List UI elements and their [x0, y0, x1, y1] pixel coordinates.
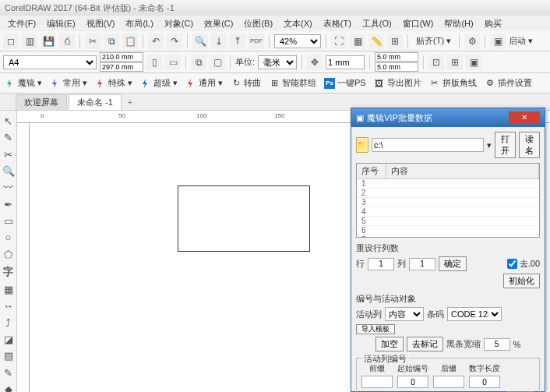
table-row[interactable]: 7	[357, 235, 539, 238]
readname-button[interactable]: 读名	[519, 132, 540, 158]
plug-mojing[interactable]: 魔镜 ▾	[5, 77, 42, 89]
nudge-input[interactable]	[326, 55, 365, 69]
nudge-icon[interactable]: ✥	[307, 55, 323, 70]
active-col-select[interactable]: 内容	[385, 307, 424, 321]
paste-icon[interactable]: 📋	[122, 34, 138, 49]
import-icon[interactable]: ⤓	[211, 34, 227, 49]
search-icon[interactable]: 🔍	[192, 34, 208, 49]
add-blank-button[interactable]: 加空	[375, 337, 404, 351]
polygon-tool-icon[interactable]: ⬠	[2, 249, 16, 260]
transparency-tool-icon[interactable]: ▨	[2, 350, 16, 362]
rows-input[interactable]	[368, 258, 394, 270]
init-button[interactable]: 初始化	[503, 274, 540, 288]
menu-view[interactable]: 视图(V)	[82, 16, 120, 31]
menu-buy[interactable]: 购买	[480, 16, 506, 31]
export-icon[interactable]: ⤒	[230, 34, 245, 49]
table-row[interactable]: 3	[357, 198, 539, 207]
copy-icon[interactable]: ⧉	[104, 34, 119, 49]
import-template-button[interactable]: 导入模板	[356, 324, 395, 334]
plug-super[interactable]: 超级 ▾	[140, 77, 178, 89]
zoom-tool-icon[interactable]: 🔍	[2, 165, 16, 177]
menu-effect[interactable]: 效果(C)	[199, 16, 238, 31]
rectangle-tool-icon[interactable]: ▭	[2, 215, 16, 227]
fill-tool-icon[interactable]: ◆	[2, 383, 16, 392]
options-icon[interactable]: ⚙	[464, 34, 480, 49]
demark-button[interactable]: 去标记	[407, 337, 443, 351]
plug-tocurve[interactable]: ↻转曲	[231, 77, 261, 89]
open-button[interactable]: 打开	[495, 132, 516, 158]
plug-export[interactable]: 🖼导出图片	[374, 77, 421, 89]
start-input[interactable]	[397, 376, 428, 388]
misc2-icon[interactable]: ⊞	[447, 55, 463, 70]
units-select[interactable]: 毫米	[258, 55, 297, 69]
table-row[interactable]: 6	[357, 226, 539, 235]
path-dropdown-icon[interactable]: ▾	[487, 140, 492, 150]
suffix-input[interactable]	[433, 376, 464, 388]
artistic-tool-icon[interactable]: ✒	[2, 199, 16, 210]
guide-icon[interactable]: ⊞	[387, 34, 403, 49]
digits-input[interactable]	[469, 376, 500, 388]
open-icon[interactable]: ▥	[22, 34, 37, 49]
menu-object[interactable]: 对象(C)	[160, 16, 198, 31]
ellipse-tool-icon[interactable]: ○	[2, 231, 16, 243]
table-row[interactable]: 2	[357, 189, 539, 198]
menu-text[interactable]: 文本(X)	[279, 16, 317, 31]
misc1-icon[interactable]: ⊡	[428, 55, 444, 70]
page-height-input[interactable]	[100, 62, 143, 72]
menu-bitmap[interactable]: 位图(B)	[239, 16, 277, 31]
barcode-select[interactable]: CODE 128	[447, 307, 502, 321]
menu-layout[interactable]: 布局(L)	[121, 16, 157, 31]
tab-welcome[interactable]: 欢迎屏幕	[16, 94, 67, 110]
dialog-titlebar[interactable]: ▣魔镜VIP批量数据 ✕	[351, 108, 545, 127]
page-size-select[interactable]: A4	[3, 55, 97, 69]
eyedropper-tool-icon[interactable]: ✎	[2, 366, 16, 378]
launch-dropdown[interactable]: 启动 ▾	[509, 35, 533, 47]
dup-x-input[interactable]	[375, 52, 418, 62]
dropshadow-tool-icon[interactable]: ◪	[2, 334, 16, 345]
shape-tool-icon[interactable]: ✎	[2, 132, 16, 143]
confirm-button[interactable]: 确定	[439, 256, 467, 271]
remove00-checkbox[interactable]	[507, 259, 517, 269]
menu-window[interactable]: 窗口(W)	[398, 16, 439, 31]
page-width-input[interactable]	[100, 52, 143, 62]
undo-icon[interactable]: ↶	[148, 34, 164, 49]
pick-tool-icon[interactable]: ↖	[2, 115, 16, 127]
snap-dropdown[interactable]: 贴齐(T) ▾	[413, 35, 454, 47]
menu-help[interactable]: 帮助(H)	[439, 16, 478, 31]
plug-common[interactable]: 常用 ▾	[50, 77, 87, 89]
zoom-select[interactable]: 42%	[274, 34, 321, 48]
plug-settings[interactable]: ⚙插件设置	[485, 77, 532, 89]
landscape-icon[interactable]: ▭	[165, 55, 181, 70]
ruler-icon[interactable]: 📏	[368, 34, 384, 49]
tab-add[interactable]: +	[123, 96, 137, 108]
cols-input[interactable]	[409, 258, 435, 270]
grid-icon[interactable]: ▦	[350, 34, 365, 49]
rectangle-shape[interactable]	[178, 185, 310, 252]
data-table[interactable]: 序号 内容 1 2 3 4 5 6 7	[356, 163, 540, 238]
new-icon[interactable]: ◻	[3, 34, 19, 49]
dup-y-input[interactable]	[375, 62, 418, 72]
misc3-icon[interactable]: ▣	[466, 55, 481, 70]
table-row[interactable]: 4	[357, 207, 539, 217]
tab-document[interactable]: 未命名 -1	[69, 94, 122, 110]
table-tool-icon[interactable]: ▦	[2, 284, 16, 295]
dimension-tool-icon[interactable]: ↔	[2, 300, 16, 312]
close-icon[interactable]: ✕	[509, 111, 540, 124]
plug-ps[interactable]: Ps一键PS	[324, 77, 366, 89]
menu-tools[interactable]: 工具(O)	[358, 16, 397, 31]
crop-tool-icon[interactable]: ✂	[2, 149, 16, 161]
prefix-input[interactable]	[361, 376, 393, 388]
menu-table[interactable]: 表格(T)	[319, 16, 356, 31]
save-icon[interactable]: 💾	[41, 34, 56, 49]
allpages-icon[interactable]: ⧉	[191, 55, 206, 70]
cut-icon[interactable]: ✂	[85, 34, 100, 49]
launch-icon[interactable]: ▣	[490, 34, 506, 49]
print-icon[interactable]: ⎙	[59, 34, 75, 49]
folder-icon[interactable]: 📁	[356, 137, 368, 153]
bw-margin-input[interactable]	[484, 338, 510, 351]
text-tool-icon[interactable]: 字	[2, 265, 16, 279]
menu-file[interactable]: 文件(F)	[3, 16, 41, 31]
plug-imposition[interactable]: ✂拼版角线	[429, 77, 477, 89]
table-row[interactable]: 1	[357, 179, 539, 189]
connector-tool-icon[interactable]: ⤴	[2, 316, 16, 328]
